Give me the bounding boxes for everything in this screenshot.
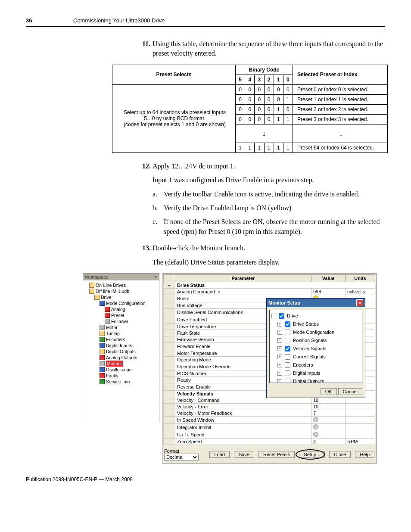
monitor-setup-title: Monitor Setup xyxy=(268,300,300,305)
workspace-close-icon[interactable]: × xyxy=(155,274,157,280)
step-12-text: Apply 12…24V dc to input 1. xyxy=(153,162,385,171)
tree-checkbox[interactable] xyxy=(285,379,290,383)
param-value: 7 xyxy=(311,410,346,416)
side-note-line1: Select up to 64 locations via preselect … xyxy=(124,109,226,115)
param-name: Velocity - Motor Feedback xyxy=(175,410,311,416)
dialog-close-icon[interactable]: × xyxy=(356,299,363,306)
row0-b5: 0 xyxy=(236,84,245,94)
param-value: 4 xyxy=(311,438,346,445)
ok-button[interactable]: OK xyxy=(321,388,337,395)
param-value: 998 xyxy=(311,288,346,295)
software-screenshot: Workspace × On-Line Drives Off-line IM-1… xyxy=(83,273,377,464)
expand-icon[interactable]: + xyxy=(277,346,282,351)
side-note-line2: 5…0 by using BCD format. xyxy=(144,115,206,121)
arrow-down-icon: ↓ xyxy=(339,129,343,138)
param-value xyxy=(311,416,346,423)
group-header: Drive Status xyxy=(175,282,375,288)
tree-item-label[interactable]: Position Signals xyxy=(293,338,327,343)
param-units xyxy=(346,423,375,431)
tree-checkbox[interactable] xyxy=(285,346,290,352)
step-12a: Verify the toolbar Enable icon is active… xyxy=(164,190,360,199)
step-13-number: 13. xyxy=(142,243,153,253)
monitor-setup-dialog: Monitor Setup × −Drive+Drive Status+Mode… xyxy=(266,298,365,398)
th-bit-1: 1 xyxy=(274,75,283,84)
cancel-button[interactable]: Cancel xyxy=(338,388,362,395)
step-11-text: Using this table, determine the sequence… xyxy=(153,39,385,59)
format-label: Format xyxy=(164,448,179,454)
th-bit-4: 4 xyxy=(245,75,255,84)
reset-peaks-button[interactable]: Reset Peaks xyxy=(258,451,295,458)
param-name: Up To Speed xyxy=(175,431,311,438)
tree-item-label[interactable]: Drive xyxy=(287,313,298,318)
expand-icon[interactable]: + xyxy=(277,330,282,335)
param-name: Zero Speed xyxy=(175,438,311,445)
load-button[interactable]: Load xyxy=(209,451,229,458)
tree-item-label[interactable]: Current Signals xyxy=(293,354,326,359)
publication-footer: Publication 2098-IN005C-EN-P — March 200… xyxy=(26,476,385,482)
param-value xyxy=(311,431,346,438)
tree-checkbox[interactable] xyxy=(279,313,284,319)
expand-icon[interactable]: + xyxy=(277,371,282,376)
tree-checkbox[interactable] xyxy=(285,362,290,368)
th-value: Value xyxy=(311,274,346,282)
help-button[interactable]: Help xyxy=(355,451,374,458)
workspace-tree[interactable]: On-Line Drives Off-line IM-1.udb Drive M… xyxy=(83,280,159,422)
header-rule xyxy=(26,26,385,27)
expand-icon[interactable]: − xyxy=(271,314,276,318)
tree-item-label[interactable]: Mode Configuration xyxy=(293,330,334,335)
header-title: Commissioning Your Ultra3000 Drive xyxy=(73,17,165,24)
step-12c: If none of the Preset Selects are ON, ob… xyxy=(164,217,385,236)
param-units: RPM xyxy=(346,438,375,445)
param-units xyxy=(346,431,375,438)
step-12-number: 12. xyxy=(142,162,153,171)
tree-monitor[interactable]: Monitor xyxy=(106,361,123,367)
tree-item-label[interactable]: Encoders xyxy=(293,362,313,367)
bottom-bar: Format Decimal Load Save Reset Peaks Set… xyxy=(163,447,375,462)
save-button[interactable]: Save xyxy=(234,451,254,458)
monitor-setup-tree[interactable]: −Drive+Drive Status+Mode Configuration+P… xyxy=(269,310,362,383)
param-name: Velocity - Error xyxy=(175,403,311,410)
expand-icon[interactable]: + xyxy=(277,379,282,383)
tree-item-label[interactable]: Velocity Signals xyxy=(293,346,326,351)
param-units: millivolts xyxy=(346,288,375,295)
status-led xyxy=(313,417,318,422)
tree-item-label[interactable]: Drive Status xyxy=(293,321,319,327)
param-units xyxy=(346,410,375,416)
row0-sel: Preset 0 or Index 0 is selected. xyxy=(293,84,388,94)
tree-checkbox[interactable] xyxy=(285,338,290,343)
collapse-icon[interactable]: − xyxy=(164,282,175,288)
step-11-number: 11. xyxy=(142,39,153,59)
page-number: 36 xyxy=(26,17,73,24)
setup-button[interactable]: Setup... xyxy=(299,451,325,458)
tree-checkbox[interactable] xyxy=(285,370,290,376)
param-value xyxy=(311,423,346,431)
param-units xyxy=(346,416,375,423)
th-bit-2: 2 xyxy=(264,75,274,84)
expand-icon[interactable]: + xyxy=(277,322,282,327)
expand-icon[interactable]: + xyxy=(277,363,282,367)
arrow-down-icon: ↓ xyxy=(262,129,266,138)
th-preset-selects: Preset Selects xyxy=(112,65,236,84)
format-select[interactable]: Decimal xyxy=(164,454,199,460)
tree-checkbox[interactable] xyxy=(285,330,290,335)
expand-icon[interactable]: + xyxy=(277,338,282,343)
tree-item-label[interactable]: Digital Inputs xyxy=(293,370,321,376)
preset-table: Preset Selects Binary Code Selected Pres… xyxy=(112,65,388,153)
th-units: Units xyxy=(346,274,375,282)
step-13-text: Double-click the Monitor branch. xyxy=(153,243,385,253)
step-13-sub: The (default) Drive Status parameters di… xyxy=(153,258,385,267)
tree-checkbox[interactable] xyxy=(285,321,290,327)
th-bit-3: 3 xyxy=(255,75,264,84)
expand-icon[interactable]: + xyxy=(277,355,282,359)
workspace-title: Workspace xyxy=(85,274,109,280)
collapse-icon[interactable]: − xyxy=(164,390,175,397)
step-12-sub: Input 1 was configured as Drive Enable i… xyxy=(153,175,385,185)
th-binary-code: Binary Code xyxy=(236,65,293,75)
tree-checkbox[interactable] xyxy=(285,354,290,360)
th-parameter: Parameter xyxy=(175,274,311,282)
tree-item-label[interactable]: Digital Outputs xyxy=(293,379,324,383)
close-button[interactable]: Close xyxy=(329,451,351,458)
workspace-panel: Workspace × On-Line Drives Off-line IM-1… xyxy=(83,273,159,422)
param-name: Integrator Inhibit xyxy=(175,423,311,431)
param-name: Analog Command In xyxy=(175,288,311,295)
